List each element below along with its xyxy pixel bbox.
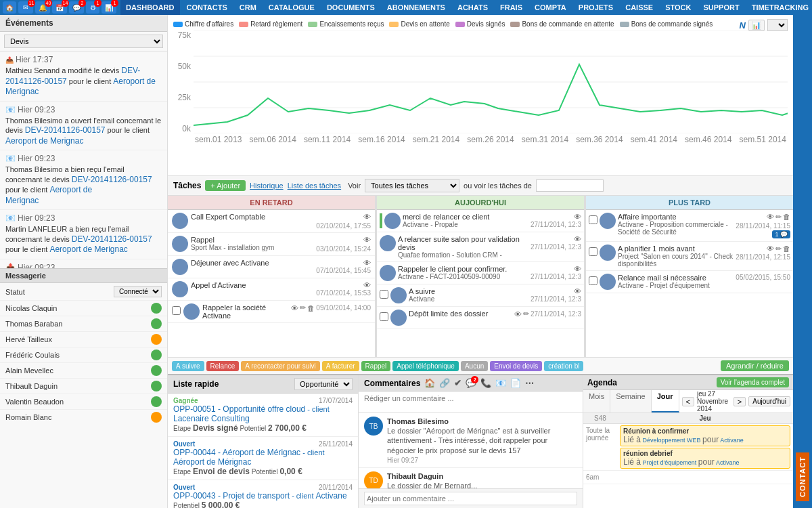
tag-envoi-devis[interactable]: Envoi de devis: [490, 361, 542, 371]
nav-item-abonnements[interactable]: ABONNEMENTS: [382, 0, 451, 15]
agenda-event-1[interactable]: réunion debrief Lié à Projet d'équipemen…: [620, 448, 790, 469]
btn-historique[interactable]: Historique: [250, 182, 284, 190]
task-plus-2[interactable]: Relance mail si nécessaire Activane - Pr…: [586, 271, 793, 293]
contact-item-2[interactable]: Hervé Tailleux: [0, 332, 167, 347]
event-item-0[interactable]: 📤 Hier 17:37 Mathieu Senand a modifié le…: [0, 51, 167, 102]
legend-item-encaiss[interactable]: Encaissements reçus: [308, 20, 384, 28]
edit-icon-a4[interactable]: ✏: [523, 310, 529, 318]
eye-icon-a0[interactable]: 👁: [574, 213, 581, 221]
contact-item-0[interactable]: Nicolas Claquin: [0, 301, 167, 316]
event-link-client3[interactable]: Aeroport de Merignac: [49, 245, 127, 254]
legend-item-devis-sign[interactable]: Devis signés: [455, 20, 505, 28]
eye-icon-a3[interactable]: 👁: [574, 287, 581, 295]
delete-icon-p0[interactable]: 🗑: [783, 213, 790, 221]
comm-icon-link[interactable]: 🔗: [439, 378, 450, 388]
nav-item-dashboard[interactable]: DASHBOARD: [120, 0, 180, 15]
chart-period-select[interactable]: Semaine: [767, 19, 788, 31]
btn-voir-agenda[interactable]: Voir l'agenda complet: [717, 377, 789, 387]
tag-rappel[interactable]: Rappel: [361, 361, 391, 371]
agenda-event-0[interactable]: Réunion à confirmer Lié à Développement …: [620, 425, 790, 446]
agenda-event-1-link2[interactable]: Activane: [716, 459, 740, 466]
task-aujourd-4[interactable]: Dépôt limite des dossier 👁 ✏ 27/11/2014,…: [377, 307, 584, 329]
btn-agrandir[interactable]: Agrandir / réduire: [721, 360, 789, 371]
voir-select[interactable]: Toutes les tâches: [365, 179, 459, 192]
event-item-3[interactable]: 📧 Hier 09:23 Martin LANFLEUR a bien reçu…: [0, 210, 167, 259]
list-item-1[interactable]: Ouvert 26/11/2014 OPP-00044 - Aéroport d…: [168, 437, 358, 480]
contact-item-6[interactable]: Valentin Beaudon: [0, 394, 167, 410]
btn-add-task[interactable]: + Ajouter: [205, 180, 246, 191]
event-item-2[interactable]: 📧 Hier 09:23 Thomas Bilesimo a bien reçu…: [0, 150, 167, 210]
comm-icon-mail[interactable]: 📧: [495, 378, 506, 388]
comm-rediger-input[interactable]: [359, 391, 583, 413]
nav-item-compta[interactable]: COMPTA: [529, 0, 572, 15]
contact-vertical-label[interactable]: CONTACT: [796, 452, 809, 501]
event-link-client2[interactable]: Aeroport deMerignac: [5, 185, 92, 205]
event-item-4[interactable]: 📤 Hier 09:23 Thomas Bilesimo a passé le …: [0, 259, 167, 268]
nav-icon-mail[interactable]: ✉ 11: [18, 1, 33, 14]
agenda-tab-jour[interactable]: Jour: [652, 390, 679, 412]
nav-item-frais[interactable]: FRAIS: [495, 0, 528, 15]
task-checkbox-p1[interactable]: [589, 247, 597, 256]
statut-select[interactable]: Connecté: [114, 286, 162, 297]
chart-bar-btn[interactable]: 📊: [748, 20, 765, 31]
task-checkbox-p2[interactable]: [589, 276, 597, 285]
legend-item-retard[interactable]: Retard règlement: [239, 20, 302, 28]
eye-icon-r0[interactable]: 👁: [363, 213, 371, 221]
delete-icon-p1[interactable]: 🗑: [783, 245, 790, 253]
contact-item-3[interactable]: Frédéric Coulais: [0, 347, 167, 363]
task-aujourd-2[interactable]: Rappeler le client pour confirmer. Activ…: [377, 262, 584, 284]
eye-icon-a4[interactable]: 👁: [514, 310, 522, 318]
btn-aujourd-hui[interactable]: Aujourd'hui: [748, 396, 790, 406]
contact-item-4[interactable]: Alain Mevellec: [0, 363, 167, 379]
comm-icon-check[interactable]: ✔: [454, 378, 461, 388]
task-plus-1[interactable]: A planifier 1 mois avant Project "Salon …: [586, 242, 793, 271]
add-comment-input[interactable]: [364, 492, 577, 505]
task-retard-2[interactable]: Déjeuner avec Activane 👁 07/10/2014, 15:…: [168, 256, 375, 278]
task-retard-3[interactable]: Appel d'Activane 👁 07/10/2014, 15:53: [168, 278, 375, 301]
agenda-tab-semaine[interactable]: Semaine: [610, 390, 651, 412]
comment-badge-p0[interactable]: 1 💬: [772, 230, 790, 238]
eye-icon-r3[interactable]: 👁: [363, 281, 371, 289]
legend-item-ca[interactable]: Chiffre d'affaires: [173, 20, 233, 28]
tag-relance[interactable]: Relance: [206, 361, 240, 371]
delete-icon-r4[interactable]: 🗑: [307, 304, 315, 312]
nav-item-documents[interactable]: DOCUMENTS: [321, 0, 380, 15]
nav-item-contacts[interactable]: CONTACTS: [181, 0, 233, 15]
list-item-1-ref[interactable]: OPP-00044 - Aéroport de Mérignac - clien…: [173, 448, 353, 467]
contact-item-1[interactable]: Thomas Baraban: [0, 316, 167, 332]
task-aujourd-1[interactable]: A relancer suite salon pour validation d…: [377, 232, 584, 262]
task-checkbox-p0[interactable]: [589, 215, 597, 224]
nav-icon-chart[interactable]: 📊 1: [102, 1, 116, 14]
comm-icon-doc[interactable]: 📄: [510, 378, 521, 388]
eye-icon-p1[interactable]: 👁: [767, 245, 774, 253]
tag-a-suivre[interactable]: A suivre: [172, 361, 204, 371]
task-retard-0[interactable]: Call Expert Comptable 👁 02/10/2014, 17:5…: [168, 210, 375, 233]
nav-icon-cal[interactable]: 📅 14: [52, 1, 67, 14]
nav-item-crm[interactable]: CRM: [234, 0, 262, 15]
list-item-0[interactable]: Gagnée 17/07/2014 OPP-00051 - Opportunit…: [168, 394, 358, 437]
task-plus-0[interactable]: Affaire importante Activane - Propositio…: [586, 210, 793, 242]
nav-item-timetracking[interactable]: TIMETRACKING: [746, 0, 812, 15]
nav-item-stock[interactable]: STOCK: [660, 0, 696, 15]
tag-facturer[interactable]: A facturer: [322, 361, 359, 371]
event-link-dev1[interactable]: DEV-20141126-00157: [25, 125, 106, 135]
tag-appel[interactable]: Appel téléphonique: [392, 361, 459, 371]
task-retard-1[interactable]: Rappel Sport Max - installation gym 👁 03…: [168, 233, 375, 256]
eye-icon-r4[interactable]: 👁: [291, 304, 298, 312]
task-checkbox-a3[interactable]: [380, 290, 388, 299]
edit-icon-p0[interactable]: ✏: [775, 213, 782, 221]
event-link-dev3[interactable]: DEV-20141126-00157: [72, 234, 152, 244]
nav-item-catalogue[interactable]: CATALOGUE: [263, 0, 320, 15]
nav-item-projets[interactable]: PROJETS: [573, 0, 618, 15]
agenda-nav-prev[interactable]: <: [682, 397, 694, 406]
edit-icon-r4[interactable]: ✏: [300, 303, 306, 312]
task-checkbox-r4[interactable]: [172, 306, 181, 315]
event-item-1[interactable]: 📧 Hier 09:23 Thomas Bilesimo a ouvert l'…: [0, 102, 167, 150]
agenda-event-0-link2[interactable]: Activane: [720, 437, 744, 444]
task-checkbox-a4[interactable]: [380, 312, 388, 321]
nav-icon-home[interactable]: 🏠: [3, 1, 16, 14]
contact-item-7[interactable]: Romain Blanc: [0, 410, 167, 423]
legend-item-bons-att[interactable]: Bons de commande en attente: [510, 20, 614, 28]
task-retard-4[interactable]: Rappeler la société Activane 👁 ✏ 🗑 09/10…: [168, 301, 375, 323]
tag-recontacter[interactable]: A recontacter pour suivi: [241, 361, 320, 371]
